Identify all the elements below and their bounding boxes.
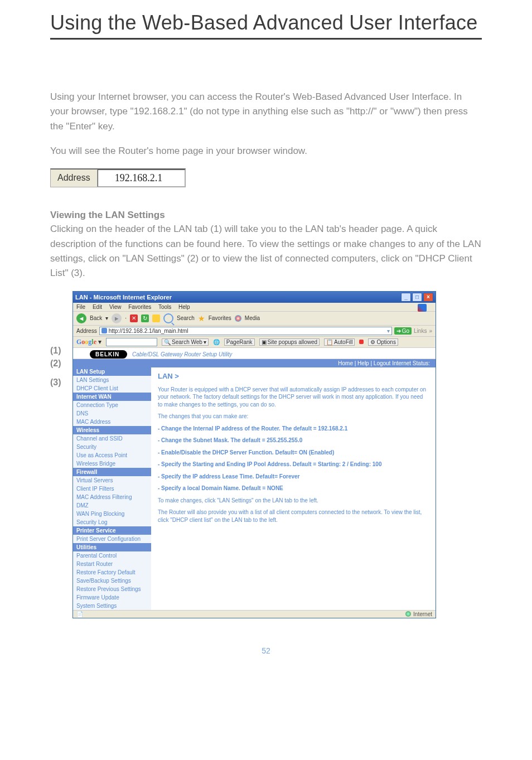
- media-icon[interactable]: [235, 315, 241, 322]
- ie-statusbar: 📄 Internet: [73, 610, 436, 618]
- addressbar-label: Address: [76, 328, 97, 334]
- nav-print-server-cfg[interactable]: Print Server Configuration: [73, 535, 151, 543]
- nav-connection-type[interactable]: Connection Type: [73, 401, 151, 409]
- menu-file[interactable]: File: [76, 304, 85, 310]
- callout-2: (2): [50, 359, 71, 367]
- nav-cat-lan-setup[interactable]: LAN Setup: [73, 367, 151, 376]
- google-options[interactable]: ⚙ Options: [368, 338, 398, 346]
- menu-help[interactable]: Help: [178, 304, 190, 310]
- ie-addressbar: Address http://192.168.2.1/lan_main.html…: [73, 326, 436, 337]
- nav-cat-printer[interactable]: Printer Service: [73, 526, 151, 535]
- nav-restart-router[interactable]: Restart Router: [73, 560, 151, 568]
- favorites-icon[interactable]: ★: [198, 314, 205, 323]
- nav-restore-previous[interactable]: Restore Previous Settings: [73, 585, 151, 593]
- menu-favorites[interactable]: Favorites: [128, 304, 151, 310]
- home-button[interactable]: [152, 314, 160, 322]
- google-logo[interactable]: Google ▾: [76, 338, 101, 346]
- nav-security[interactable]: Security: [73, 443, 151, 451]
- nav-security-log[interactable]: Security Log: [73, 518, 151, 526]
- address-bar-figure: Address 192.168.2.1: [50, 168, 482, 187]
- nav-cat-wireless[interactable]: Wireless: [73, 426, 151, 434]
- main-bullet-6: - Specify a local Domain Name. Default =…: [158, 485, 429, 492]
- nav-use-as-ap[interactable]: Use as Access Point: [73, 451, 151, 459]
- menu-tools[interactable]: Tools: [158, 304, 171, 310]
- address-label: Address: [51, 170, 98, 187]
- main-p4: The Router will also provide you with a …: [158, 509, 429, 524]
- main-p1: Your Router is equipped with a DHCP serv…: [158, 386, 429, 409]
- back-button[interactable]: ◄: [76, 313, 86, 323]
- nav-client-ip-filters[interactable]: Client IP Filters: [73, 485, 151, 493]
- nav-firmware-update[interactable]: Firmware Update: [73, 593, 151, 602]
- nav-dhcp-client-list[interactable]: DHCP Client List: [73, 384, 151, 393]
- stop-button[interactable]: ✕: [130, 314, 138, 322]
- refresh-button[interactable]: ↻: [141, 314, 149, 322]
- forward-button[interactable]: ►: [112, 313, 122, 323]
- page-title: Using the Web-Based Advanced User Interf…: [50, 11, 482, 40]
- router-status-links[interactable]: Home | Help | Logout Internet Status:: [338, 360, 430, 366]
- ie-window-title: LAN - Microsoft Internet Explorer: [75, 294, 172, 301]
- go-button[interactable]: ➔ Go: [394, 327, 412, 335]
- main-p3: To make changes, click "LAN Settings" on…: [158, 497, 429, 505]
- ie-toolbar: ◄ Back ▾ ► · ✕ ↻ Search ★ Favorites Medi…: [73, 312, 436, 326]
- nav-restore-factory[interactable]: Restore Factory Default: [73, 568, 151, 577]
- back-label: Back: [90, 315, 102, 321]
- google-search-web-button[interactable]: 🔍 Search Web ▾: [162, 338, 209, 346]
- main-bullet-2: - Change the Subnet Mask. The default = …: [158, 437, 429, 444]
- minimize-button[interactable]: _: [401, 293, 411, 302]
- nav-dmz[interactable]: DMZ: [73, 501, 151, 510]
- search-label: Search: [177, 315, 195, 321]
- intro-paragraph-2: You will see the Router's home page in y…: [50, 144, 482, 158]
- nav-virtual-servers[interactable]: Virtual Servers: [73, 476, 151, 485]
- nav-mac-address[interactable]: MAC Address: [73, 418, 151, 426]
- nav-channel-ssid[interactable]: Channel and SSID: [73, 434, 151, 443]
- links-label[interactable]: Links: [414, 328, 427, 334]
- google-autofill[interactable]: 📋 AutoFill: [324, 338, 355, 346]
- page-number: 52: [50, 646, 482, 655]
- nav-parental-control[interactable]: Parental Control: [73, 551, 151, 560]
- section-heading: Viewing the LAN Settings: [50, 210, 482, 221]
- search-icon[interactable]: [163, 313, 173, 323]
- close-button[interactable]: ×: [423, 293, 433, 302]
- nav-wan-ping[interactable]: WAN Ping Blocking: [73, 510, 151, 518]
- nav-cat-firewall[interactable]: Firewall: [73, 468, 151, 476]
- belkin-header: BELKIN Cable/DSL Gateway Router Setup Ut…: [73, 348, 436, 359]
- belkin-subtitle: Cable/DSL Gateway Router Setup Utility: [132, 351, 232, 357]
- nav-lan-settings[interactable]: LAN Settings: [73, 376, 151, 384]
- section-body: Clicking on the header of the LAN tab (1…: [50, 222, 482, 280]
- internet-zone-icon: [405, 611, 411, 617]
- menu-edit[interactable]: Edit: [93, 304, 102, 310]
- nav-wireless-bridge[interactable]: Wireless Bridge: [73, 459, 151, 468]
- nav-dns[interactable]: DNS: [73, 409, 151, 418]
- internet-zone-label: Internet: [413, 611, 432, 617]
- ie-logo-icon: [418, 304, 427, 312]
- nav-save-backup[interactable]: Save/Backup Settings: [73, 577, 151, 585]
- router-nav: LAN Setup LAN Settings DHCP Client List …: [73, 367, 151, 610]
- callout-3: (3): [50, 377, 71, 386]
- nav-mac-filtering[interactable]: MAC Address Filtering: [73, 493, 151, 501]
- google-search-input[interactable]: [106, 338, 157, 346]
- main-p2: The changes that you can make are:: [158, 413, 429, 420]
- nav-cat-utilities[interactable]: Utilities: [73, 543, 151, 551]
- addressbar-url: http://192.168.2.1/lan_main.html: [109, 328, 188, 334]
- nav-cat-internet-wan[interactable]: Internet WAN: [73, 393, 151, 401]
- google-status-icon: [359, 340, 364, 344]
- address-value[interactable]: 192.168.2.1: [98, 170, 186, 187]
- google-popups[interactable]: ▣ Site popups allowed: [259, 338, 320, 346]
- nav-system-settings[interactable]: System Settings: [73, 602, 151, 610]
- favicon-icon: [101, 328, 107, 333]
- main-bullet-3: - Enable/Disable the DHCP Server Functio…: [158, 449, 429, 457]
- addressbar-input[interactable]: http://192.168.2.1/lan_main.html ▾: [99, 327, 392, 335]
- main-bullet-1: - Change the Internal IP address of the …: [158, 425, 429, 433]
- google-toolbar: Google ▾ 🔍 Search Web ▾ 🌐 PageRank ▣ Sit…: [73, 337, 436, 348]
- intro-paragraph-1: Using your Internet browser, you can acc…: [50, 90, 482, 134]
- callout-1: (1): [50, 346, 71, 355]
- main-bullet-5: - Specify the IP address Lease Time. Def…: [158, 473, 429, 481]
- ie-window: LAN - Microsoft Internet Explorer _ □ × …: [72, 291, 436, 618]
- google-pagerank[interactable]: PageRank: [224, 338, 255, 346]
- ie-menubar: File Edit View Favorites Tools Help: [73, 303, 436, 312]
- favorites-label: Favorites: [209, 315, 231, 321]
- belkin-brand: BELKIN: [90, 350, 127, 359]
- menu-view[interactable]: View: [109, 304, 122, 310]
- maximize-button[interactable]: □: [412, 293, 422, 302]
- google-news-icon[interactable]: 🌐: [213, 339, 220, 345]
